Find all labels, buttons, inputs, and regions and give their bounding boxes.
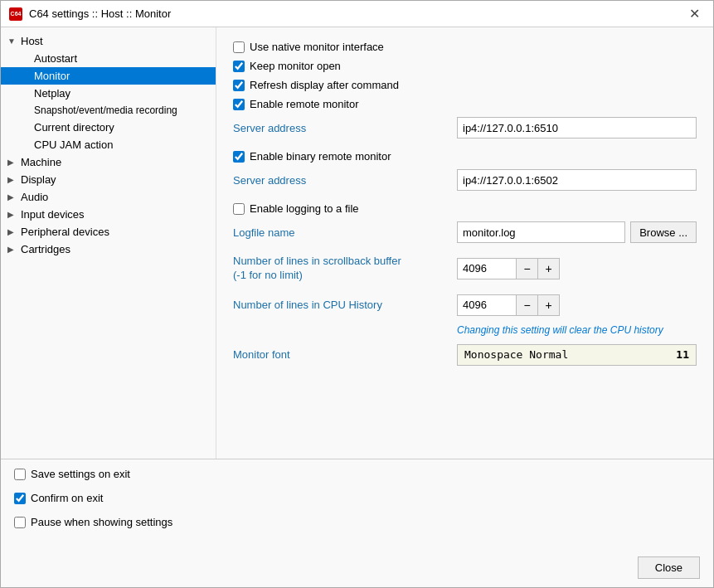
server-address-2-row: Server address: [233, 169, 697, 191]
sidebar-item-autostart-label: Autostart: [34, 52, 77, 65]
keep-monitor-open-label[interactable]: Keep monitor open: [250, 60, 341, 72]
use-native-monitor-checkbox[interactable]: [233, 41, 245, 53]
scrollback-input-wrap: − +: [457, 258, 560, 279]
sidebar-item-machine-label: Machine: [21, 156, 61, 168]
sidebar-item-cartridges-label: Cartridges: [21, 243, 70, 255]
sidebar-item-display[interactable]: ▶ Display: [1, 171, 216, 188]
peripheral-arrow: ▶: [7, 227, 21, 236]
sidebar-item-audio-label: Audio: [21, 191, 48, 203]
enable-logging-row: Enable logging to a file: [233, 202, 697, 215]
confirm-on-exit-checkbox[interactable]: [14, 493, 26, 504]
cpu-history-input-wrap: − +: [457, 294, 560, 316]
enable-binary-remote-checkbox[interactable]: [233, 151, 245, 163]
save-settings-row: Save settings on exit: [14, 468, 700, 480]
server-address-1-row: Server address: [233, 117, 697, 138]
sidebar-item-cpu-jam[interactable]: CPU JAM action: [1, 136, 216, 153]
refresh-display-checkbox[interactable]: [233, 80, 245, 91]
logfile-value-col: Browse ...: [457, 221, 697, 243]
server-address-1-label: Server address: [233, 122, 457, 134]
save-settings-label[interactable]: Save settings on exit: [31, 468, 130, 480]
monitor-font-name: Monospace Normal: [464, 348, 568, 361]
logfile-label: Logfile name: [233, 226, 457, 239]
server-address-2-value-col: [457, 169, 697, 191]
close-window-button[interactable]: ✕: [684, 6, 705, 22]
save-settings-checkbox[interactable]: [14, 469, 26, 480]
sidebar-item-machine[interactable]: ▶ Machine: [1, 153, 216, 171]
monitor-font-label: Monitor font: [233, 348, 457, 361]
enable-remote-monitor-label[interactable]: Enable remote monitor: [250, 98, 359, 110]
cpu-history-input[interactable]: [458, 295, 516, 315]
keep-monitor-open-row: Keep monitor open: [233, 60, 697, 72]
logfile-name-row: Logfile name Browse ...: [233, 221, 697, 243]
use-native-monitor-row: Use native monitor interface: [233, 41, 697, 53]
server-address-2-input[interactable]: [457, 169, 697, 191]
sidebar-item-autostart[interactable]: Autostart: [1, 50, 216, 67]
enable-logging-label[interactable]: Enable logging to a file: [250, 202, 359, 215]
footer-button-row: Close: [1, 552, 713, 587]
close-button[interactable]: Close: [638, 556, 700, 579]
cpu-history-plus-button[interactable]: +: [537, 295, 559, 315]
confirm-on-exit-row: Confirm on exit: [14, 492, 700, 504]
sidebar-item-snapshot[interactable]: Snapshot/event/media recording: [1, 102, 216, 119]
window-title: C64 settings :: Host :: Monitor: [29, 7, 171, 20]
cpu-history-warning: Changing this setting will clear the CPU…: [233, 324, 697, 336]
sidebar-item-monitor[interactable]: Monitor: [1, 67, 216, 85]
input-arrow: ▶: [7, 210, 21, 219]
server-address-1-value-col: [457, 117, 697, 138]
titlebar: C64 C64 settings :: Host :: Monitor ✕: [1, 1, 713, 27]
machine-arrow: ▶: [7, 158, 21, 167]
enable-remote-monitor-row: Enable remote monitor: [233, 98, 697, 110]
scrollback-value-col: − +: [457, 258, 697, 279]
scrollback-row: Number of lines in scrollback buffer (-1…: [233, 255, 697, 283]
scrollback-label: Number of lines in scrollback buffer (-1…: [233, 255, 457, 283]
main-window: C64 C64 settings :: Host :: Monitor ✕ ▼ …: [0, 0, 714, 588]
content-area: ▼ Host Autostart Monitor Netplay Snapsho…: [1, 27, 713, 459]
main-panel: Use native monitor interface Keep monito…: [216, 27, 713, 459]
sidebar-item-host[interactable]: ▼ Host: [1, 32, 216, 50]
enable-binary-remote-label[interactable]: Enable binary remote monitor: [250, 150, 391, 163]
pause-when-showing-checkbox[interactable]: [14, 517, 26, 528]
sidebar-item-monitor-label: Monitor: [34, 70, 70, 82]
scrollback-minus-button[interactable]: −: [516, 259, 537, 279]
footer: Save settings on exit Confirm on exit Pa…: [1, 459, 713, 552]
scrollback-input[interactable]: [458, 259, 516, 279]
sidebar-spacer: [1, 258, 216, 454]
use-native-monitor-label[interactable]: Use native monitor interface: [250, 41, 384, 53]
scrollback-plus-button[interactable]: +: [537, 259, 559, 279]
pause-when-showing-row: Pause when showing settings: [14, 516, 700, 528]
server-address-1-input[interactable]: [457, 117, 697, 138]
sidebar-item-input-devices[interactable]: ▶ Input devices: [1, 206, 216, 223]
sidebar-item-display-label: Display: [21, 173, 56, 186]
footer-checkboxes: Save settings on exit Confirm on exit Pa…: [14, 468, 700, 535]
refresh-display-label[interactable]: Refresh display after command: [250, 79, 399, 91]
monitor-font-display[interactable]: Monospace Normal 11: [457, 344, 697, 366]
confirm-on-exit-label[interactable]: Confirm on exit: [31, 492, 103, 504]
cpu-history-value-col: − +: [457, 294, 697, 316]
sidebar-item-peripheral-devices[interactable]: ▶ Peripheral devices: [1, 223, 216, 241]
browse-button[interactable]: Browse ...: [630, 221, 697, 243]
sidebar-item-netplay-label: Netplay: [34, 87, 70, 100]
logfile-input[interactable]: [457, 221, 625, 243]
pause-when-showing-label[interactable]: Pause when showing settings: [31, 516, 172, 528]
monitor-font-value-col: Monospace Normal 11: [457, 344, 697, 366]
cpu-history-minus-button[interactable]: −: [516, 295, 537, 315]
display-arrow: ▶: [7, 175, 21, 184]
cpu-history-label: Number of lines in CPU History: [233, 299, 457, 311]
sidebar-item-netplay[interactable]: Netplay: [1, 85, 216, 102]
audio-arrow: ▶: [7, 192, 21, 202]
monitor-font-row: Monitor font Monospace Normal 11: [233, 344, 697, 366]
cartridges-arrow: ▶: [7, 245, 21, 254]
sidebar-item-audio[interactable]: ▶ Audio: [1, 188, 216, 206]
sidebar-item-cartridges[interactable]: ▶ Cartridges: [1, 241, 216, 258]
sidebar-item-cpu-jam-label: CPU JAM action: [34, 138, 113, 151]
sidebar: ▼ Host Autostart Monitor Netplay Snapsho…: [1, 27, 216, 459]
host-arrow: ▼: [7, 36, 21, 46]
keep-monitor-open-checkbox[interactable]: [233, 61, 245, 72]
sidebar-item-current-dir-label: Current directory: [34, 121, 114, 134]
enable-remote-monitor-checkbox[interactable]: [233, 99, 245, 110]
cpu-history-row: Number of lines in CPU History − +: [233, 294, 697, 316]
enable-binary-remote-row: Enable binary remote monitor: [233, 150, 697, 163]
sidebar-item-current-dir[interactable]: Current directory: [1, 119, 216, 136]
enable-logging-checkbox[interactable]: [233, 203, 245, 215]
sidebar-item-host-label: Host: [21, 35, 43, 47]
